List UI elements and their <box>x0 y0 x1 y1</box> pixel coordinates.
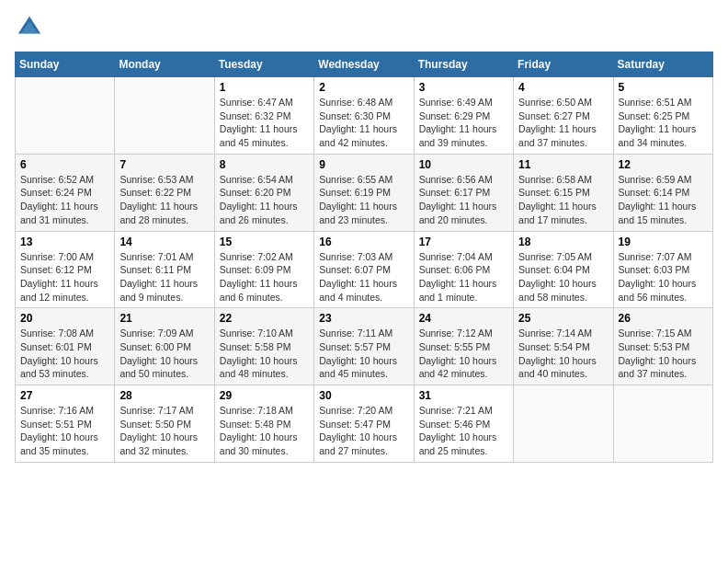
day-content: Sunrise: 7:04 AMSunset: 6:06 PMDaylight:… <box>419 250 508 304</box>
day-content: Sunrise: 7:15 AMSunset: 5:53 PMDaylight:… <box>619 327 708 381</box>
day-content: Sunrise: 6:49 AMSunset: 6:29 PMDaylight:… <box>419 96 508 150</box>
col-header-tuesday: Tuesday <box>214 52 313 77</box>
day-content: Sunrise: 6:54 AMSunset: 6:20 PMDaylight:… <box>220 173 309 227</box>
day-number: 1 <box>220 81 309 94</box>
day-number: 4 <box>518 81 608 94</box>
day-content: Sunrise: 7:08 AMSunset: 6:01 PMDaylight:… <box>20 327 109 381</box>
day-cell: 5Sunrise: 6:51 AMSunset: 6:25 PMDaylight… <box>613 77 712 155</box>
day-number: 12 <box>619 158 708 171</box>
day-cell: 28Sunrise: 7:17 AMSunset: 5:50 PMDayligh… <box>115 385 214 463</box>
day-cell: 27Sunrise: 7:16 AMSunset: 5:51 PMDayligh… <box>16 385 115 463</box>
week-row-4: 20Sunrise: 7:08 AMSunset: 6:01 PMDayligh… <box>16 308 713 385</box>
day-number: 2 <box>319 81 408 94</box>
day-content: Sunrise: 7:16 AMSunset: 5:51 PMDaylight:… <box>20 404 109 458</box>
day-cell: 22Sunrise: 7:10 AMSunset: 5:58 PMDayligh… <box>214 308 313 385</box>
day-content: Sunrise: 6:53 AMSunset: 6:22 PMDaylight:… <box>119 173 209 227</box>
week-row-3: 13Sunrise: 7:00 AMSunset: 6:12 PMDayligh… <box>16 231 713 308</box>
day-cell: 16Sunrise: 7:03 AMSunset: 6:07 PMDayligh… <box>314 231 414 308</box>
logo <box>15 15 46 44</box>
day-cell: 29Sunrise: 7:18 AMSunset: 5:48 PMDayligh… <box>214 385 313 463</box>
day-cell: 7Sunrise: 6:53 AMSunset: 6:22 PMDaylight… <box>115 154 214 231</box>
day-cell: 11Sunrise: 6:58 AMSunset: 6:15 PMDayligh… <box>514 154 613 231</box>
day-cell: 4Sunrise: 6:50 AMSunset: 6:27 PMDaylight… <box>514 77 613 155</box>
col-header-thursday: Thursday <box>414 52 513 77</box>
col-header-sunday: Sunday <box>16 52 115 77</box>
day-number: 22 <box>220 312 309 325</box>
day-cell: 25Sunrise: 7:14 AMSunset: 5:54 PMDayligh… <box>514 308 613 385</box>
day-cell: 12Sunrise: 6:59 AMSunset: 6:14 PMDayligh… <box>613 154 712 231</box>
day-cell: 9Sunrise: 6:55 AMSunset: 6:19 PMDaylight… <box>314 154 414 231</box>
day-number: 16 <box>319 236 408 248</box>
day-number: 29 <box>220 389 309 402</box>
day-content: Sunrise: 7:00 AMSunset: 6:12 PMDaylight:… <box>20 250 109 304</box>
day-content: Sunrise: 6:48 AMSunset: 6:30 PMDaylight:… <box>319 96 408 150</box>
day-number: 5 <box>619 81 708 94</box>
day-number: 27 <box>20 389 109 402</box>
day-content: Sunrise: 6:51 AMSunset: 6:25 PMDaylight:… <box>619 96 708 150</box>
day-content: Sunrise: 6:58 AMSunset: 6:15 PMDaylight:… <box>518 173 608 227</box>
day-content: Sunrise: 7:05 AMSunset: 6:04 PMDaylight:… <box>518 250 608 304</box>
day-content: Sunrise: 6:47 AMSunset: 6:32 PMDaylight:… <box>220 96 309 150</box>
day-number: 21 <box>119 312 209 325</box>
day-cell <box>613 385 712 463</box>
day-content: Sunrise: 7:09 AMSunset: 6:00 PMDaylight:… <box>119 327 209 381</box>
day-content: Sunrise: 6:55 AMSunset: 6:19 PMDaylight:… <box>319 173 408 227</box>
day-number: 20 <box>20 312 109 325</box>
day-cell: 8Sunrise: 6:54 AMSunset: 6:20 PMDaylight… <box>214 154 313 231</box>
calendar-table: SundayMondayTuesdayWednesdayThursdayFrid… <box>15 52 713 463</box>
day-number: 7 <box>119 158 209 171</box>
day-cell: 31Sunrise: 7:21 AMSunset: 5:46 PMDayligh… <box>414 385 513 463</box>
day-content: Sunrise: 7:18 AMSunset: 5:48 PMDaylight:… <box>220 404 309 458</box>
day-content: Sunrise: 7:01 AMSunset: 6:11 PMDaylight:… <box>119 250 209 304</box>
day-cell: 15Sunrise: 7:02 AMSunset: 6:09 PMDayligh… <box>214 231 313 308</box>
page-header <box>15 15 713 44</box>
day-number: 14 <box>119 236 209 248</box>
day-cell: 26Sunrise: 7:15 AMSunset: 5:53 PMDayligh… <box>613 308 712 385</box>
col-header-saturday: Saturday <box>613 52 712 77</box>
day-content: Sunrise: 7:02 AMSunset: 6:09 PMDaylight:… <box>220 250 309 304</box>
day-number: 10 <box>419 158 508 171</box>
day-cell <box>115 77 214 155</box>
day-content: Sunrise: 7:03 AMSunset: 6:07 PMDaylight:… <box>319 250 408 304</box>
day-number: 17 <box>419 236 508 248</box>
day-number: 15 <box>220 236 309 248</box>
day-cell: 10Sunrise: 6:56 AMSunset: 6:17 PMDayligh… <box>414 154 513 231</box>
day-content: Sunrise: 7:14 AMSunset: 5:54 PMDaylight:… <box>518 327 608 381</box>
day-cell: 24Sunrise: 7:12 AMSunset: 5:55 PMDayligh… <box>414 308 513 385</box>
week-row-2: 6Sunrise: 6:52 AMSunset: 6:24 PMDaylight… <box>16 154 713 231</box>
day-content: Sunrise: 6:50 AMSunset: 6:27 PMDaylight:… <box>518 96 608 150</box>
day-number: 8 <box>220 158 309 171</box>
day-number: 9 <box>319 158 408 171</box>
day-number: 3 <box>419 81 508 94</box>
logo-icon <box>17 15 42 40</box>
day-number: 24 <box>419 312 508 325</box>
day-cell: 21Sunrise: 7:09 AMSunset: 6:00 PMDayligh… <box>115 308 214 385</box>
day-content: Sunrise: 7:12 AMSunset: 5:55 PMDaylight:… <box>419 327 508 381</box>
day-cell: 17Sunrise: 7:04 AMSunset: 6:06 PMDayligh… <box>414 231 513 308</box>
day-cell: 13Sunrise: 7:00 AMSunset: 6:12 PMDayligh… <box>16 231 115 308</box>
day-content: Sunrise: 7:20 AMSunset: 5:47 PMDaylight:… <box>319 404 408 458</box>
day-cell: 18Sunrise: 7:05 AMSunset: 6:04 PMDayligh… <box>514 231 613 308</box>
day-content: Sunrise: 6:56 AMSunset: 6:17 PMDaylight:… <box>419 173 508 227</box>
day-number: 25 <box>518 312 608 325</box>
day-cell: 14Sunrise: 7:01 AMSunset: 6:11 PMDayligh… <box>115 231 214 308</box>
day-number: 19 <box>619 236 708 248</box>
col-header-monday: Monday <box>115 52 214 77</box>
day-cell: 20Sunrise: 7:08 AMSunset: 6:01 PMDayligh… <box>16 308 115 385</box>
day-number: 26 <box>619 312 708 325</box>
day-number: 11 <box>518 158 608 171</box>
day-number: 28 <box>119 389 209 402</box>
day-content: Sunrise: 7:17 AMSunset: 5:50 PMDaylight:… <box>119 404 209 458</box>
day-cell <box>16 77 115 155</box>
day-number: 13 <box>20 236 109 248</box>
day-number: 31 <box>419 389 508 402</box>
day-cell: 23Sunrise: 7:11 AMSunset: 5:57 PMDayligh… <box>314 308 414 385</box>
week-row-1: 1Sunrise: 6:47 AMSunset: 6:32 PMDaylight… <box>16 77 713 155</box>
day-cell: 2Sunrise: 6:48 AMSunset: 6:30 PMDaylight… <box>314 77 414 155</box>
day-content: Sunrise: 7:21 AMSunset: 5:46 PMDaylight:… <box>419 404 508 458</box>
day-cell: 6Sunrise: 6:52 AMSunset: 6:24 PMDaylight… <box>16 154 115 231</box>
day-cell: 19Sunrise: 7:07 AMSunset: 6:03 PMDayligh… <box>613 231 712 308</box>
day-content: Sunrise: 6:59 AMSunset: 6:14 PMDaylight:… <box>619 173 708 227</box>
day-content: Sunrise: 7:11 AMSunset: 5:57 PMDaylight:… <box>319 327 408 381</box>
col-header-friday: Friday <box>514 52 613 77</box>
